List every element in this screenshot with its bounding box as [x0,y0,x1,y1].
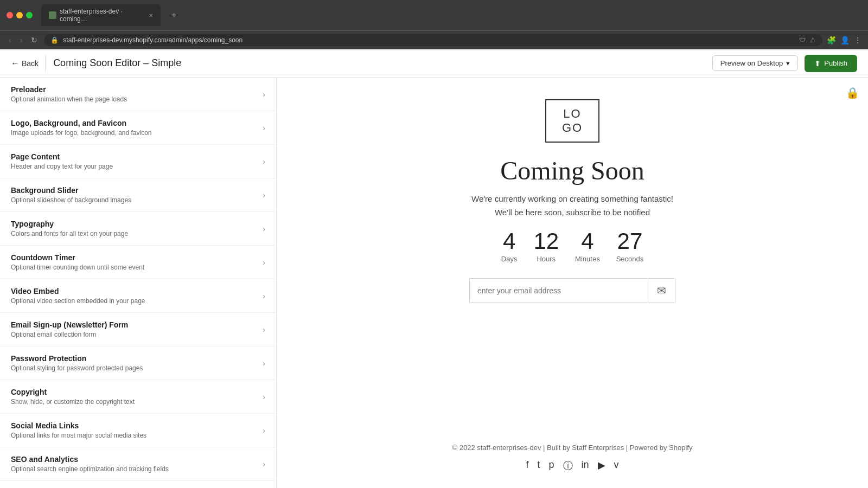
email-submit-button[interactable]: ✉ [648,279,675,303]
sidebar-item-content-0: Preloader Optional animation when the pa… [11,85,263,103]
address-bar-container: 🔒 🛡 ⚠ [44,34,822,46]
forward-nav-button[interactable]: › [18,35,25,46]
linkedin-icon[interactable]: in [582,459,589,472]
coming-soon-page: 🔒 LOGO Coming Soon We're currently worki… [277,78,868,488]
pinterest-icon[interactable]: p [548,459,554,472]
header-left: ← Back Coming Soon Editor – Simple [11,55,181,72]
sidebar-item-title-6: Video Embed [11,287,263,296]
sidebar-item-desc-9: Show, hide, or customize the copyright t… [11,398,263,406]
browser-nav: ‹ › ↻ 🔒 🛡 ⚠ 🧩 👤 ⋮ [0,30,868,49]
sidebar-item-content-6: Video Embed Optional video section embed… [11,287,263,305]
sidebar-item-content-4: Typography Colors and fonts for all text… [11,220,263,237]
maximize-button[interactable] [26,12,33,18]
twitter-icon[interactable]: t [537,459,540,472]
sidebar-item-content-8: Password Protection Optional styling for… [11,354,263,372]
sidebar-item-desc-3: Optional slideshow of background images [11,196,263,204]
sidebar-item-2[interactable]: Page Content Header and copy text for yo… [0,145,276,178]
sidebar-item-9[interactable]: Copyright Show, hide, or customize the c… [0,380,276,414]
app-header: ← Back Coming Soon Editor – Simple Previ… [0,49,868,78]
app-container: ← Back Coming Soon Editor – Simple Previ… [0,49,868,488]
sidebar-item-desc-1: Image uploads for logo, background, and … [11,129,263,137]
sidebar-item-12[interactable]: Advanced Custom (code required) styling … [0,481,276,488]
sidebar-chevron-1: › [263,124,265,132]
sidebar-chevron-9: › [263,393,265,401]
menu-icon[interactable]: ⋮ [854,36,861,44]
countdown-days-label: Days [501,255,518,263]
publish-button[interactable]: ⬆ Publish [805,55,857,72]
preview-label: Preview on Desktop [720,59,783,67]
address-bar[interactable] [63,36,795,44]
sidebar-item-6[interactable]: Video Embed Optional video section embed… [0,279,276,313]
sidebar-item-title-10: Social Media Links [11,421,263,430]
countdown-minutes-value: 4 [581,230,593,253]
preview-button[interactable]: Preview on Desktop ▾ [712,55,799,71]
tab-close-icon[interactable]: ✕ [149,12,153,18]
sidebar-chevron-5: › [263,258,265,267]
sidebar-item-3[interactable]: Background Slider Optional slideshow of … [0,178,276,212]
reload-button[interactable]: ↻ [29,35,40,46]
sidebar: Preloader Optional animation when the pa… [0,78,277,488]
back-button[interactable]: ← Back [11,55,46,72]
countdown-minutes: 4 Minutes [575,230,600,263]
tab-title: staff-enterprises-dev · coming… [60,8,143,23]
sidebar-chevron-7: › [263,325,265,334]
sidebar-item-1[interactable]: Logo, Background, and Favicon Image uplo… [0,111,276,145]
sidebar-item-4[interactable]: Typography Colors and fonts for all text… [0,212,276,246]
footer-copy: © 2022 staff-enterprises-dev | Built by … [452,444,693,452]
sidebar-item-content-2: Page Content Header and copy text for yo… [11,152,263,170]
sidebar-item-10[interactable]: Social Media Links Optional links for mo… [0,414,276,447]
coming-soon-heading: Coming Soon [500,156,644,185]
sidebar-item-title-11: SEO and Analytics [11,455,263,464]
facebook-icon[interactable]: f [526,459,528,472]
lock-button[interactable]: 🔒 [846,86,859,99]
lock-icon: 🔒 [50,36,59,44]
tab-favicon [49,11,56,19]
browser-tab[interactable]: staff-enterprises-dev · coming… ✕ [41,4,161,26]
countdown-seconds-value: 27 [617,230,643,253]
logo-text: LOGO [562,107,583,136]
close-button[interactable] [7,12,13,18]
youtube-icon[interactable]: ▶ [598,459,605,472]
sidebar-item-title-2: Page Content [11,152,263,161]
countdown-hours: 12 Hours [533,230,559,263]
sidebar-item-content-11: SEO and Analytics Optional search engine… [11,455,263,473]
sidebar-item-content-5: Countdown Timer Optional timer counting … [11,253,263,271]
sidebar-item-desc-6: Optional video section embedded in your … [11,297,263,305]
sidebar-item-11[interactable]: SEO and Analytics Optional search engine… [0,447,276,481]
countdown-seconds: 27 Seconds [616,230,644,263]
back-label: Back [22,59,39,68]
sidebar-item-0[interactable]: Preloader Optional animation when the pa… [0,78,276,111]
extensions-icon[interactable]: 🧩 [827,36,836,44]
sidebar-item-5[interactable]: Countdown Timer Optional timer counting … [0,246,276,279]
sidebar-item-8[interactable]: Password Protection Optional styling for… [0,346,276,380]
sidebar-chevron-2: › [263,157,265,166]
countdown-days-value: 4 [503,230,515,253]
traffic-lights [7,12,33,18]
sidebar-item-content-9: Copyright Show, hide, or customize the c… [11,388,263,406]
sidebar-item-desc-5: Optional timer counting down until some … [11,264,263,271]
vimeo-icon[interactable]: v [614,459,619,472]
minimize-button[interactable] [16,12,23,18]
sidebar-item-title-1: Logo, Background, and Favicon [11,119,263,127]
sidebar-chevron-8: › [263,359,265,368]
coming-soon-subtitle: We're currently working on creating some… [471,194,673,203]
back-arrow-icon: ← [11,59,20,68]
sidebar-item-content-10: Social Media Links Optional links for mo… [11,421,263,439]
coming-soon-subscribe: We'll be here soon, subscribe to be noti… [495,208,650,217]
instagram-icon[interactable]: ⓘ [563,459,573,472]
page-title: Coming Soon Editor – Simple [46,57,181,69]
back-nav-button[interactable]: ‹ [7,35,14,46]
header-right: Preview on Desktop ▾ ⬆ Publish [712,55,857,72]
countdown-hours-value: 12 [533,230,559,253]
sidebar-item-7[interactable]: Email Sign-up (Newsletter) Form Optional… [0,313,276,346]
preview-arrow-icon: ▾ [786,59,790,67]
sidebar-chevron-0: › [263,90,265,99]
new-tab-button[interactable]: + [168,9,180,21]
sidebar-item-title-7: Email Sign-up (Newsletter) Form [11,320,263,329]
email-form: ✉ [469,278,675,303]
countdown-days: 4 Days [501,230,518,263]
countdown-minutes-label: Minutes [575,255,600,263]
profile-icon[interactable]: 👤 [840,36,850,44]
email-input[interactable] [470,279,648,303]
sidebar-item-desc-10: Optional links for most major social med… [11,432,263,439]
